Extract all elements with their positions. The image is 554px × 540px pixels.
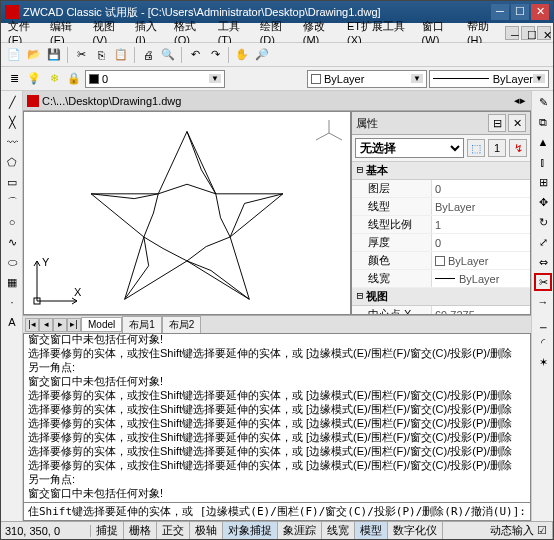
preview-icon[interactable]: 🔍: [159, 46, 177, 64]
chevron-down-icon[interactable]: ▼: [533, 74, 545, 83]
line-icon[interactable]: ╱: [3, 93, 21, 111]
lineweight-combo[interactable]: ByLayer ▼: [429, 70, 549, 88]
maximize-button[interactable]: ☐: [511, 4, 529, 20]
quick-select-icon[interactable]: ⬚: [467, 139, 485, 157]
layer-name: 0: [102, 73, 108, 85]
selection-filter[interactable]: 无选择: [355, 138, 464, 158]
open-icon[interactable]: 📂: [25, 46, 43, 64]
chevron-down-icon[interactable]: ▼: [209, 74, 221, 83]
move-icon[interactable]: ✥: [534, 193, 552, 211]
property-row[interactable]: 线型ByLayer: [352, 198, 530, 216]
break-icon[interactable]: ⎯: [534, 313, 552, 331]
mdi-minimize[interactable]: ─: [505, 26, 519, 40]
chevron-down-icon[interactable]: ▼: [411, 74, 423, 83]
array-icon[interactable]: ⊞: [534, 173, 552, 191]
print-icon[interactable]: 🖨: [139, 46, 157, 64]
status-toggle[interactable]: 栅格: [124, 522, 157, 539]
hatch-icon[interactable]: ▦: [3, 273, 21, 291]
copy-obj-icon[interactable]: ⧉: [534, 113, 552, 131]
toggle-icon[interactable]: ↯: [509, 139, 527, 157]
point-icon[interactable]: ·: [3, 293, 21, 311]
pline-icon[interactable]: 〰: [3, 133, 21, 151]
fillet-icon[interactable]: ◜: [534, 333, 552, 351]
redo-icon[interactable]: ↷: [206, 46, 224, 64]
bulb-icon[interactable]: 💡: [25, 70, 43, 88]
property-row[interactable]: 线宽ByLayer: [352, 270, 530, 288]
new-icon[interactable]: 📄: [5, 46, 23, 64]
color-swatch: [311, 74, 321, 84]
lock-icon[interactable]: 🔒: [65, 70, 83, 88]
tab-last-icon[interactable]: ▸|: [67, 318, 81, 332]
offset-icon[interactable]: ⫿: [534, 153, 552, 171]
copy-icon[interactable]: ⎘: [92, 46, 110, 64]
layer-combo[interactable]: 0 ▼: [85, 70, 225, 88]
status-toggle[interactable]: 正交: [157, 522, 190, 539]
status-toggle[interactable]: 对象捕捉: [223, 522, 278, 539]
toolbar-standard: 📄 📂 💾 ✂ ⎘ 📋 🖨 🔍 ↶ ↷ ✋ 🔎: [1, 43, 553, 67]
scale-icon[interactable]: ⤢: [534, 233, 552, 251]
tab-next-icon[interactable]: ▸: [53, 318, 67, 332]
tab-first-icon[interactable]: |◂: [25, 318, 39, 332]
pan-icon[interactable]: ✋: [233, 46, 251, 64]
ellipse-icon[interactable]: ⬭: [3, 253, 21, 271]
property-row[interactable]: 中心点 X69.7275: [352, 306, 530, 314]
text-icon[interactable]: A: [3, 313, 21, 331]
rotate-icon[interactable]: ↻: [534, 213, 552, 231]
document-path: C:\...\Desktop\Drawing1.dwg: [42, 95, 181, 107]
close-button[interactable]: ✕: [531, 4, 549, 20]
status-toggle[interactable]: 捕捉: [91, 522, 124, 539]
trim-icon[interactable]: ✂: [534, 273, 552, 291]
freeze-icon[interactable]: ❄: [45, 70, 63, 88]
tab-model[interactable]: Model: [81, 317, 122, 332]
cut-icon[interactable]: ✂: [72, 46, 90, 64]
save-icon[interactable]: 💾: [45, 46, 63, 64]
status-toggle[interactable]: 模型: [355, 522, 388, 539]
properties-title: 属性: [356, 116, 378, 131]
panel-close-icon[interactable]: ✕: [508, 114, 526, 132]
status-toggle[interactable]: 线宽: [322, 522, 355, 539]
tab-prev-icon[interactable]: ◂: [39, 318, 53, 332]
arc-icon[interactable]: ⌒: [3, 193, 21, 211]
drawing-canvas[interactable]: Y X: [23, 111, 351, 315]
property-row[interactable]: 图层0: [352, 180, 530, 198]
dyn-input-toggle[interactable]: 动态输入 ☑: [485, 522, 553, 539]
view-cube-icon[interactable]: [314, 118, 344, 148]
property-row[interactable]: 线型比例1: [352, 216, 530, 234]
linetype-combo[interactable]: ByLayer ▼: [307, 70, 427, 88]
ucs-icon: Y X: [32, 256, 82, 306]
svg-text:X: X: [74, 286, 82, 298]
polygon-icon[interactable]: ⬠: [3, 153, 21, 171]
pick-icon[interactable]: 1: [488, 139, 506, 157]
rect-icon[interactable]: ▭: [3, 173, 21, 191]
paste-icon[interactable]: 📋: [112, 46, 130, 64]
mirror-icon[interactable]: ▲: [534, 133, 552, 151]
explode-icon[interactable]: ✶: [534, 353, 552, 371]
tab-layout1[interactable]: 布局1: [122, 316, 162, 334]
erase-icon[interactable]: ✎: [534, 93, 552, 111]
stretch-icon[interactable]: ⇔: [534, 253, 552, 271]
status-toggle[interactable]: 数字化仪: [388, 522, 443, 539]
collapse-icon[interactable]: ⊟: [354, 289, 366, 304]
panel-pin-icon[interactable]: ⊟: [488, 114, 506, 132]
document-tab[interactable]: C:\...\Desktop\Drawing1.dwg ◂▸: [23, 91, 531, 111]
property-row[interactable]: 厚度0: [352, 234, 530, 252]
command-input[interactable]: [24, 503, 530, 520]
undo-icon[interactable]: ↶: [186, 46, 204, 64]
command-history[interactable]: 另一角点:选择要修剪的实体，或按住Shift键选择要延伸的实体，或 [边缘模式(…: [23, 333, 531, 503]
property-row[interactable]: 颜色ByLayer: [352, 252, 530, 270]
tab-nav-icon[interactable]: ◂▸: [513, 94, 527, 108]
mdi-restore[interactable]: ☐: [521, 26, 535, 40]
toolbar-layers: ≣ 💡 ❄ 🔒 0 ▼ ByLayer ▼ ByLayer ▼: [1, 67, 553, 91]
mdi-close[interactable]: ✕: [537, 26, 551, 40]
zoom-icon[interactable]: 🔎: [253, 46, 271, 64]
layer-manager-icon[interactable]: ≣: [5, 70, 23, 88]
status-toggle[interactable]: 极轴: [190, 522, 223, 539]
extend-icon[interactable]: →: [534, 293, 552, 311]
collapse-icon[interactable]: ⊟: [354, 163, 366, 178]
status-toggle[interactable]: 象涯踪: [278, 522, 322, 539]
xline-icon[interactable]: ╳: [3, 113, 21, 131]
tab-layout2[interactable]: 布局2: [162, 316, 202, 334]
coordinate-display[interactable]: 310, 350, 0: [1, 525, 91, 537]
spline-icon[interactable]: ∿: [3, 233, 21, 251]
circle-icon[interactable]: ○: [3, 213, 21, 231]
